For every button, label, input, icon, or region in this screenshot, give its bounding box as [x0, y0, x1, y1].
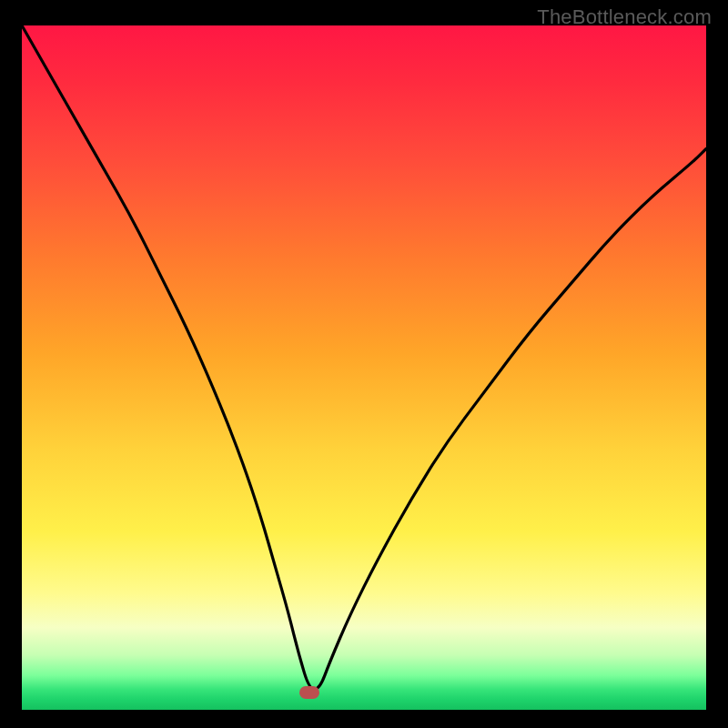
- chart-frame: TheBottleneck.com: [0, 0, 728, 728]
- bottleneck-curve: [22, 25, 706, 689]
- plot-area: [22, 25, 706, 710]
- curve-svg: [22, 25, 706, 710]
- optimal-marker: [299, 686, 319, 699]
- watermark-text: TheBottleneck.com: [537, 5, 712, 29]
